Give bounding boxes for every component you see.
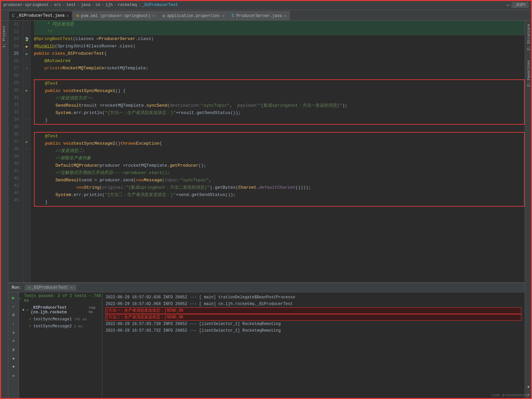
ln-22: 22 [8,28,21,35]
tab-appprops[interactable]: ⚙ application.properties ✕ [159,11,228,20]
code-line-22: */ [34,28,525,35]
editor-area: 21 22 23 24 25 26 27 28 29 30 31 32 33 3… [8,21,525,399]
breadcrumb-item-1[interactable]: producer-springboot [3,3,49,7]
log-line-1: 2022-06-29 16:57:02.036 INFO 26052 --- [… [106,294,521,301]
breadcrumb-right: ⇦ _01Pr [507,2,529,8]
gutter-45 [23,197,30,204]
gutter-41 [23,167,30,175]
code-line-33: System.err.println("{方法一：生产者消息发送状态：}"+re… [35,109,524,117]
tab-producerserver[interactable]: C ProducerServer.java ✕ [228,11,290,20]
run-tab-close[interactable]: ✕ [71,285,73,290]
breadcrumb-short-label: _01Pr [511,2,529,8]
gutter-42 [23,175,30,182]
tree-expand-icon: ▼ [22,308,24,312]
star-icon: ★ [527,384,530,389]
tab-close-1[interactable]: ✕ [67,14,69,18]
breadcrumb-item-4[interactable]: java [81,3,91,7]
code-line-34: } [35,117,524,124]
ln-38: 38 [8,145,21,153]
ln-29: 29 [8,79,21,87]
tab-icon-3: ⚙ [163,13,165,19]
ln-42: 42 [8,175,21,182]
code-line-26: @Autowired [34,57,525,65]
sort-desc-button[interactable]: ⇅ [10,329,17,336]
fold-icon-38[interactable]: ▷ [26,147,28,151]
log-line-4: {方法二：生产者消息发送状态：}SEND_OK [106,314,521,321]
stop-button[interactable]: ⊘ [10,311,17,319]
breadcrumb-item-5[interactable]: cn [96,3,100,7]
sort-asc-button[interactable]: ↕ [10,320,17,327]
breadcrumb-sep-3: › [77,3,80,7]
tab-close-3[interactable]: ✕ [222,14,224,18]
ln-21: 21 [8,21,21,28]
tree-sync2-label: testSyncMessage2 [33,324,72,329]
tab-close-4[interactable]: ✕ [284,14,286,18]
ln-40: 40 [8,160,21,167]
breadcrumb-item-8[interactable]: _01ProducerTest [142,3,178,7]
down-button[interactable]: ▼ [10,363,17,371]
gutter-22 [23,28,30,35]
code-line-30: public void testSyncMessage1() { [35,87,524,95]
ln-45: 45 [8,197,21,204]
tree-sync1-label: testSyncMessage1 [33,317,72,322]
test-pass-icon: ✓ [19,296,21,301]
ln-36: 36 [8,131,21,138]
ln-25: 25 [8,50,21,57]
test-run-icon-2[interactable]: ▶ [26,140,28,144]
play-button[interactable]: ▶ [10,294,17,301]
breadcrumb-sep-1: › [50,3,53,7]
favorites-panel-label[interactable]: 2: Favorites [527,60,531,87]
code-line-38: //发送消息二: [35,147,524,155]
tabs-bar: C _01ProducerTest.java ✕ m pom.xml (prod… [0,10,532,21]
ln-34: 34 [8,116,21,123]
tab-01producertest[interactable]: C _01ProducerTest.java ✕ [8,11,72,20]
code-content[interactable]: * 同步发信息 */ @SpringBootTest(classes = Pro… [31,21,525,282]
red-box-1: @Test public void testSyncMessage1() { /… [34,79,525,125]
breadcrumb-item-2[interactable]: src [54,3,61,7]
code-editor: 21 22 23 24 25 26 27 28 29 30 31 32 33 3… [8,21,525,282]
fold-icon-34[interactable]: ▷ [26,118,28,122]
check-button[interactable]: ✓ [10,303,17,310]
tree-sync1-time: 745 ms [74,317,87,321]
test-run-icon-1[interactable]: ▶ [26,88,28,93]
code-line-27: private RocketMQTemplate rocketMQTemplat… [34,65,525,72]
code-line-21: * 同步发信息 [34,21,525,28]
run-tree-item-root[interactable]: ▼ ✓ _01ProducerTest (cn.ljh.rocketm 748 … [19,304,102,316]
tab-label-3: application.properties [167,14,220,18]
code-line-37: public void testSyncMessage2() throws Ex… [35,140,524,147]
class-run-icon[interactable]: ▶ [26,52,28,56]
run-tab-01producer[interactable]: ◀ _01ProducerTest ✕ [25,285,76,291]
tab-pomxml[interactable]: m pom.xml (producer-springboot) ✕ [73,11,158,20]
up-button[interactable]: ▲ [10,355,17,362]
structure-panel-label[interactable]: Z: Structure [527,24,531,50]
run-tree-item-sync1[interactable]: ✓ testSyncMessage1 745 ms [19,316,102,323]
tab-close-2[interactable]: ✕ [153,14,155,18]
breadcrumb-item-7[interactable]: rocketmq [118,3,137,7]
log-line-2: 2022-06-29 16:57:02.968 INFO 26052 --- [… [106,301,521,307]
ln-30: 30 [8,87,21,94]
align-left-button[interactable]: ≡ [10,337,17,345]
code-line-31: //发送消息方式一: [35,95,524,102]
code-line-28 [34,72,525,79]
code-line-35 [34,125,525,132]
gutter-36 [23,131,30,138]
tree-root-time: 748 ms [89,306,99,314]
red-box-2: @Test public void testSyncMessage2() thr… [34,132,525,207]
tree-root-label: _01ProducerTest (cn.ljh.rocketm [31,305,87,315]
gutter-43 [23,182,30,189]
run-log-area[interactable]: 2022-06-29 16:57:02.036 INFO 26052 --- [… [102,292,525,399]
breadcrumb-item-3[interactable]: test [66,3,76,7]
project-panel-label[interactable]: 1: Project [2,26,6,48]
run-tab-bar: Run: ◀ _01ProducerTest ✕ [8,283,525,292]
springboottest-icon: 🍃 [24,37,29,42]
more-button[interactable]: » [10,372,17,379]
align-right-button[interactable]: ≣ [10,346,17,353]
breadcrumb-item-6[interactable]: ljh [105,3,113,7]
ln-24: 24 [8,43,21,50]
gutter-29 [23,79,30,87]
run-tree-item-sync2[interactable]: ✓ testSyncMessage2 3 ms [19,323,102,330]
tree-check-icon-2: ✓ [29,324,31,329]
tree-check-icon-1: ✓ [29,317,31,322]
tab-icon-1: C [12,13,15,18]
code-line-32: SendResult result = rocketMQTemplate.syn… [35,102,524,109]
